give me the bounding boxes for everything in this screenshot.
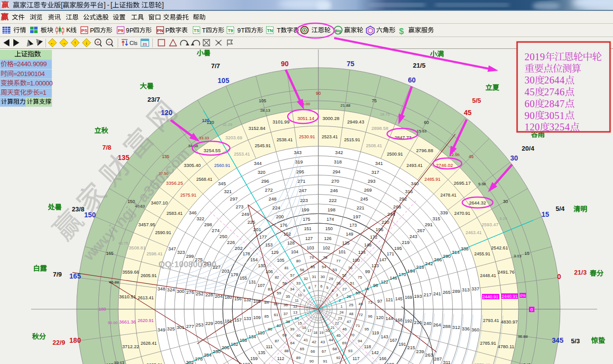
svg-text:171: 171 [387, 251, 394, 256]
svg-text:127: 127 [306, 236, 313, 241]
svg-text:239: 239 [416, 349, 424, 354]
svg-text:46.88: 46.88 [109, 280, 120, 284]
svg-text:228: 228 [205, 292, 213, 297]
svg-text:155: 155 [240, 276, 247, 281]
svg-text:340: 340 [411, 181, 419, 186]
svg-text:2644.32: 2644.32 [469, 200, 486, 205]
svg-text:58: 58 [282, 281, 287, 285]
svg-text:2538.41: 2538.41 [276, 137, 293, 142]
svg-text:182: 182 [231, 342, 238, 347]
svg-text:264: 264 [433, 322, 441, 327]
svg-text:3: 3 [544, 110, 549, 121]
svg-text:223: 223 [300, 198, 308, 203]
svg-text:↑: ↑ [74, 40, 77, 45]
svg-text:1: 1 [535, 51, 540, 62]
svg-text:339: 339 [440, 210, 448, 215]
svg-text:318: 318 [334, 159, 342, 164]
svg-text:99: 99 [365, 269, 370, 274]
svg-text:122: 122 [381, 280, 388, 284]
svg-text:341: 341 [375, 161, 383, 166]
svg-text:3457.95: 3457.95 [138, 222, 155, 227]
svg-text:2: 2 [544, 75, 549, 85]
svg-text:131: 131 [249, 280, 256, 284]
svg-text:28.13: 28.13 [260, 108, 270, 113]
svg-text:3: 3 [549, 121, 554, 132]
svg-text:104: 104 [291, 249, 299, 254]
svg-text:180: 180 [69, 336, 81, 344]
svg-text:19: 19 [319, 330, 323, 335]
svg-text:7: 7 [560, 98, 565, 109]
svg-text:66: 66 [310, 349, 315, 354]
svg-text:13: 13 [306, 310, 308, 312]
svg-text:271: 271 [298, 178, 306, 184]
svg-text:45: 45 [469, 154, 474, 159]
svg-text:8: 8 [549, 98, 554, 109]
svg-text:132: 132 [244, 297, 251, 302]
svg-text:2793.41: 2793.41 [483, 318, 499, 323]
svg-text:312: 312 [452, 324, 460, 330]
svg-text:40: 40 [296, 333, 301, 338]
svg-text:142: 142 [371, 350, 379, 355]
svg-text:14: 14 [295, 316, 299, 321]
svg-text:311: 311 [443, 360, 450, 364]
svg-text:150: 150 [325, 226, 333, 231]
svg-text:244: 244 [388, 211, 395, 217]
svg-text:43: 43 [320, 340, 325, 344]
svg-text:13: 13 [293, 310, 297, 315]
svg-text:6: 6 [525, 98, 529, 109]
svg-text:97: 97 [377, 299, 382, 304]
svg-text:0%: 0% [520, 293, 525, 298]
svg-text:92: 92 [336, 356, 341, 360]
svg-text:246: 246 [330, 188, 338, 193]
svg-text:343: 343 [294, 150, 302, 155]
svg-text:T9: T9 [228, 28, 233, 33]
svg-text:2593.47: 2593.47 [482, 222, 498, 227]
svg-text:292: 292 [399, 196, 407, 202]
svg-text:9: 9 [303, 288, 305, 293]
svg-text:315: 315 [433, 216, 440, 221]
svg-text:11: 11 [307, 304, 309, 306]
svg-text:321: 321 [224, 189, 232, 194]
svg-text:167: 167 [390, 338, 397, 343]
svg-text:145: 145 [395, 296, 402, 301]
svg-text:270: 270 [331, 178, 339, 184]
svg-text:18.75: 18.75 [380, 112, 390, 117]
svg-text:253: 253 [196, 322, 204, 327]
svg-text:78: 78 [323, 255, 327, 260]
svg-text:1: 1 [341, 304, 343, 309]
svg-text:75: 75 [357, 275, 362, 280]
svg-text:0: 0 [535, 121, 540, 132]
svg-text:]: ] [104, 1, 106, 9]
svg-text:44: 44 [329, 338, 333, 342]
svg-text:2575.91: 2575.91 [180, 193, 197, 198]
svg-text:272: 272 [265, 187, 273, 193]
svg-text:277: 277 [186, 324, 194, 329]
svg-text:346: 346 [189, 210, 197, 215]
svg-text:9: 9 [311, 299, 312, 301]
svg-text:165: 165 [106, 251, 113, 256]
svg-text:71: 71 [355, 324, 360, 328]
svg-text:17: 17 [313, 319, 315, 321]
svg-text:3712.22: 3712.22 [122, 344, 139, 349]
svg-text:2598.41: 2598.41 [146, 251, 163, 256]
svg-text:P: P [130, 27, 133, 34]
svg-text:46: 46 [343, 327, 347, 331]
svg-text:117: 117 [352, 356, 359, 361]
svg-text:177: 177 [260, 235, 267, 240]
svg-text:118: 118 [364, 344, 371, 349]
svg-text:48: 48 [349, 312, 353, 316]
svg-text:2898.58: 2898.58 [371, 125, 388, 131]
svg-text:32: 32 [304, 277, 308, 281]
svg-text:146: 146 [390, 276, 397, 281]
svg-text:1: 1 [560, 110, 565, 121]
svg-text:2620.91: 2620.91 [137, 318, 154, 323]
svg-text:128: 128 [287, 241, 295, 245]
svg-text:18: 18 [316, 320, 318, 322]
svg-text:2523.41: 2523.41 [322, 134, 338, 139]
svg-text:175: 175 [303, 217, 310, 222]
svg-text:345: 345 [552, 336, 564, 344]
svg-text:45: 45 [336, 333, 341, 338]
svg-text:20: 20 [325, 328, 329, 333]
svg-text:0: 0 [529, 110, 534, 121]
svg-text:9: 9 [525, 110, 529, 121]
